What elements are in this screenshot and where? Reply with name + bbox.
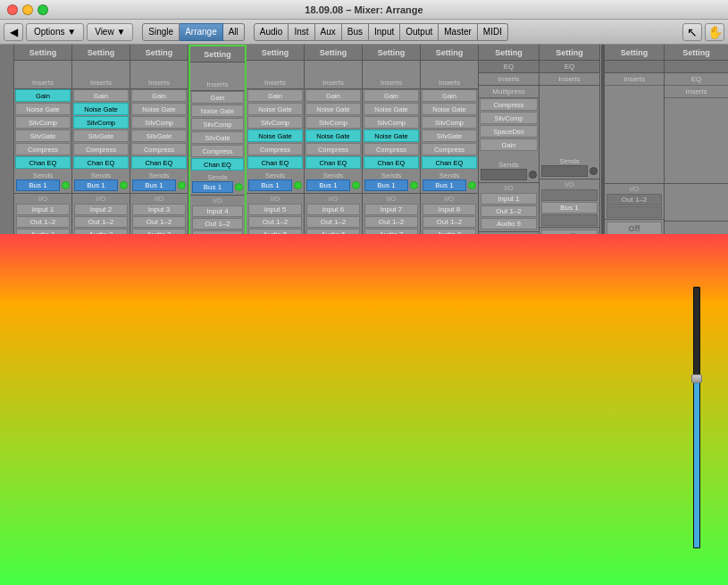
ch6-send-bus1[interactable]: Bus 1 [306, 180, 350, 191]
ch4-send-bus1[interactable]: Bus 1 [192, 181, 233, 193]
ch2-plugin-noisegate[interactable]: Noise Gate [73, 103, 129, 115]
ch4-plugin-noisegate[interactable]: Noise Gate [191, 104, 244, 117]
audio-btn[interactable]: Audio [254, 23, 289, 41]
ch7-out[interactable]: Out 1–2 [364, 216, 418, 228]
ch7-plugin-noisegate[interactable]: Noise Gate [364, 103, 419, 115]
ch6-setting[interactable]: Setting [305, 45, 362, 61]
out12-auto[interactable]: Off [607, 221, 662, 235]
ch1-plugin-silvcomp[interactable]: SilvComp [15, 116, 71, 129]
ch2-input[interactable]: Input 2 [74, 204, 128, 215]
ch4-setting[interactable]: Setting [190, 46, 245, 63]
arrange-mode-btn[interactable]: Arrange [180, 23, 223, 41]
ch5-setting[interactable]: Setting [247, 45, 304, 61]
ch5-plugin-gain[interactable]: Gain [247, 89, 303, 102]
ch7-plugin-noisegate2[interactable]: Noise Gate [364, 130, 419, 142]
ch1-setting[interactable]: Setting [14, 45, 71, 61]
ch1-plugin-compress[interactable]: Compress [15, 143, 71, 155]
out12-setting[interactable]: Setting [605, 45, 664, 61]
ch8-plugin-chaneq[interactable]: Chan EQ [422, 156, 477, 169]
close-button[interactable] [7, 4, 18, 15]
back-button[interactable]: ◀ [4, 23, 23, 41]
ch8-plugin-compress[interactable]: Compress [422, 143, 477, 155]
ch8-out[interactable]: Out 1–2 [423, 216, 476, 228]
ch9-plugin-compress[interactable]: Compress [480, 98, 538, 111]
ch2-send-bus1[interactable]: Bus 1 [74, 180, 118, 191]
ch7-send-bus1[interactable]: Bus 1 [364, 180, 408, 191]
ch8-plugin-silvcomp[interactable]: SilvComp [422, 116, 477, 129]
ch2-plugin-compress[interactable]: Compress [73, 143, 129, 155]
ch6-input[interactable]: Input 6 [306, 204, 360, 215]
ch9-setting[interactable]: Setting [479, 45, 539, 61]
ch3-send-bus1[interactable]: Bus 1 [132, 180, 176, 191]
ch6-plugin-silvcomp[interactable]: SilvComp [305, 116, 361, 129]
ch5-out[interactable]: Out 1–2 [248, 216, 302, 228]
ch4-plugin-silvgate[interactable]: SilvGate [191, 131, 244, 144]
ch7-plugin-compress[interactable]: Compress [364, 143, 419, 155]
ch7-input[interactable]: Input 7 [364, 204, 418, 215]
ch1-input[interactable]: Input 1 [16, 204, 70, 215]
ch7-setting[interactable]: Setting [363, 45, 420, 61]
ch2-plugin-chaneq[interactable]: Chan EQ [73, 156, 129, 169]
ch2-out[interactable]: Out 1–2 [74, 216, 128, 228]
ch2-plugin-silvgate[interactable]: SilvGate [73, 130, 129, 142]
inst-btn[interactable]: Inst [289, 23, 314, 41]
ch3-plugin-silvgate[interactable]: SilvGate [131, 130, 187, 142]
master-setting[interactable]: Setting [665, 45, 728, 61]
ch7-plugin-gain[interactable]: Gain [364, 89, 419, 102]
hand-tool[interactable]: ✋ [705, 23, 724, 41]
output-btn[interactable]: Output [400, 23, 439, 41]
ch2-plugin-gain[interactable]: Gain [73, 89, 129, 102]
view-menu[interactable]: View ▼ [87, 23, 133, 41]
cursor-tool[interactable]: ↖ [682, 23, 702, 41]
aux1-setting[interactable]: Setting [540, 45, 599, 61]
ch9-plugin-silvcomp[interactable]: SilvComp [480, 112, 538, 124]
master-btn[interactable]: Master [439, 23, 478, 41]
ch6-out[interactable]: Out 1–2 [306, 216, 360, 228]
ch1-plugin-gain[interactable]: Gain [15, 89, 71, 102]
ch5-plugin-noisegate2[interactable]: Noise Gate [247, 130, 303, 142]
ch9-plugin-spacedsn[interactable]: SpaceDsn [480, 125, 538, 138]
maximize-button[interactable] [38, 4, 48, 15]
ch6-plugin-chaneq[interactable]: Chan EQ [305, 156, 361, 169]
ch1-out[interactable]: Out 1–2 [16, 216, 70, 228]
aux1-out[interactable]: Bus 1 [541, 202, 598, 213]
midi-btn[interactable]: MIDI [478, 23, 508, 41]
ch1-plugin-silvgate[interactable]: SilvGate [15, 130, 71, 142]
ch5-input[interactable]: Input 5 [248, 204, 302, 215]
single-mode-btn[interactable]: Single [142, 23, 180, 41]
ch8-plugin-noisegate[interactable]: Noise Gate [422, 103, 477, 115]
ch5-plugin-noisegate[interactable]: Noise Gate [247, 103, 303, 115]
ch9-plugin-gain[interactable]: Gain [480, 138, 538, 151]
ch2-plugin-silvcomp[interactable]: SilvComp [73, 116, 129, 129]
ch6-plugin-gain[interactable]: Gain [305, 89, 361, 102]
ch8-send-bus1[interactable]: Bus 1 [423, 180, 466, 191]
ch8-setting[interactable]: Setting [421, 45, 478, 61]
ch3-plugin-noisegate[interactable]: Noise Gate [131, 103, 187, 115]
ch6-plugin-compress[interactable]: Compress [305, 143, 361, 155]
ch1-plugin-chaneq[interactable]: Chan EQ [15, 156, 71, 169]
ch8-input[interactable]: Input 8 [423, 204, 476, 215]
ch9-audio-label[interactable]: Audio 9 [481, 218, 537, 230]
ch3-plugin-compress[interactable]: Compress [131, 143, 187, 155]
ch4-plugin-chaneq[interactable]: Chan EQ [191, 158, 244, 171]
ch1-send-bus1[interactable]: Bus 1 [16, 180, 60, 191]
ch5-plugin-chaneq[interactable]: Chan EQ [247, 156, 303, 169]
ch3-out[interactable]: Out 1–2 [132, 216, 186, 228]
ch4-input[interactable]: Input 4 [192, 205, 243, 217]
ch9-out[interactable]: Out 1–2 [481, 205, 537, 217]
ch3-plugin-chaneq[interactable]: Chan EQ [131, 156, 187, 169]
ch5-plugin-silvcomp[interactable]: SilvComp [247, 116, 303, 129]
ch7-plugin-chaneq[interactable]: Chan EQ [364, 156, 419, 169]
ch5-plugin-compress[interactable]: Compress [247, 143, 303, 155]
ch5-send-bus1[interactable]: Bus 1 [248, 180, 292, 191]
input-btn[interactable]: Input [369, 23, 400, 41]
ch9-input[interactable]: Input 1 [481, 193, 537, 205]
ch3-plugin-silvcomp[interactable]: SilvComp [131, 116, 187, 129]
ch4-plugin-compress[interactable]: Compress [191, 145, 244, 157]
ch6-plugin-noisegate2[interactable]: Noise Gate [305, 130, 361, 142]
ch8-plugin-gain[interactable]: Gain [422, 89, 477, 102]
aux-btn[interactable]: Aux [315, 23, 342, 41]
ch7-plugin-silvcomp[interactable]: SilvComp [364, 116, 419, 129]
all-mode-btn[interactable]: All [223, 23, 245, 41]
bus-btn[interactable]: Bus [342, 23, 369, 41]
